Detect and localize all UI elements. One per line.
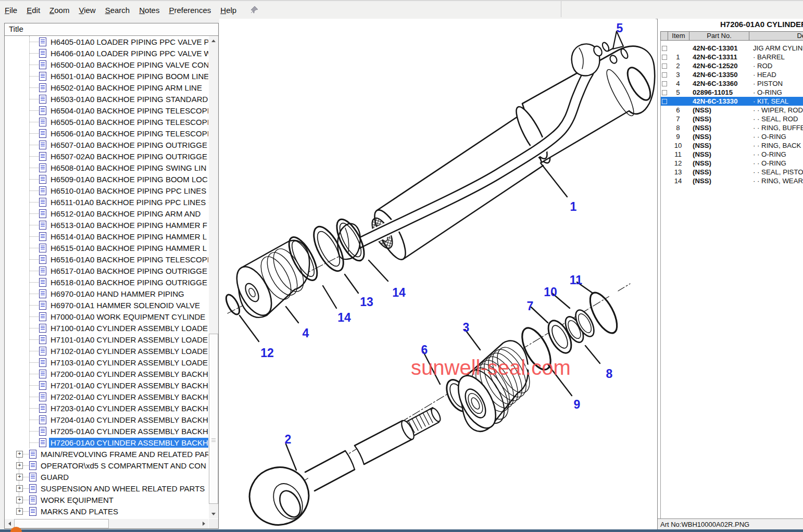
tree-item[interactable]: H6501-01A0 BACKHOE PIPING BOOM LINE xyxy=(5,70,208,82)
tree-item[interactable]: H6503-01A0 BACKHOE PIPING STANDARD xyxy=(5,93,208,105)
tree-category[interactable]: +SUSPENSION AND WHEEL RELATED PARTS xyxy=(5,483,208,494)
tree-item[interactable]: H6502-01A0 BACKHOE PIPING ARM LINE xyxy=(5,82,208,93)
tree-category[interactable]: +MARKS AND PLATES xyxy=(5,505,208,517)
tree-item[interactable]: H7204-01A0 CYLINDER ASSEMBLY BACKH xyxy=(5,414,208,425)
tree-item[interactable]: H6512-01A0 BACKHOE PIPING ARM AND xyxy=(5,208,208,219)
tree-item[interactable]: H7103-01A0 CYLINDER ASSEMBLY LOADE xyxy=(5,357,208,368)
row-checkbox[interactable] xyxy=(662,72,667,78)
scroll-up-button[interactable] xyxy=(209,36,218,45)
row-checkbox[interactable] xyxy=(662,64,667,69)
parts-tree: H6405-01A0 LOADER PIPING PPC VALVE PH640… xyxy=(5,36,208,518)
tree-item[interactable]: H6500-01A0 BACKHOE PIPING VALVE CON xyxy=(5,59,208,70)
tree-item[interactable]: H6513-01A0 BACKHOE PIPING HAMMER F xyxy=(5,219,208,231)
menu-edit[interactable]: Edit xyxy=(22,2,45,19)
tree-item[interactable]: H6504-01A0 BACKHOE PIPING TELESCOPI xyxy=(5,105,208,116)
tree-item[interactable]: H7101-01A0 CYLINDER ASSEMBLY LOADE xyxy=(5,334,208,345)
table-row[interactable]: 6(NSS)· · WIPER, ROD xyxy=(661,106,803,115)
tree-item[interactable]: H6505-01A0 BACKHOE PIPING TELESCOPI xyxy=(5,116,208,128)
tree-category[interactable]: +WORK EQUIPMENT xyxy=(5,494,208,505)
horizontal-scroll-thumb[interactable] xyxy=(14,519,109,528)
tree-item[interactable]: H6514-01A0 BACKHOE PIPING HAMMER L xyxy=(5,231,208,242)
tree-item[interactable]: H7100-01A0 CYLINDER ASSEMBLY LOADE xyxy=(5,322,208,334)
tree-horizontal-scrollbar[interactable] xyxy=(5,519,208,528)
row-checkbox[interactable] xyxy=(662,81,667,86)
table-row[interactable]: 42N-6C-13330· KIT, SEAL xyxy=(661,97,803,106)
tree-category[interactable]: +GUARD xyxy=(5,471,208,483)
table-row[interactable]: 242N-6C-12520· ROD xyxy=(661,61,803,70)
tree-item[interactable]: H7206-01A0 CYLINDER ASSEMBLY BACKH xyxy=(5,437,208,448)
tree-item[interactable]: H6516-01A0 BACKHOE PIPING TELESCOPI xyxy=(5,254,208,265)
table-row[interactable]: 10(NSS)· · RING, BACK UP xyxy=(661,141,803,150)
checkbox-cell xyxy=(661,168,668,176)
document-icon xyxy=(39,301,46,310)
table-row[interactable]: 7(NSS)· · SEAL, ROD xyxy=(661,115,803,123)
tree-item[interactable]: H6970-01A0 HAND HAMMER PIPING xyxy=(5,288,208,299)
table-row[interactable]: 14(NSS)· · RING, WEAR xyxy=(661,176,803,185)
vertical-scroll-thumb[interactable] xyxy=(209,334,218,504)
item-column-header: Item xyxy=(668,32,689,40)
scroll-left-button[interactable] xyxy=(5,519,14,528)
callout-label-12: 12 xyxy=(260,346,274,360)
expand-plus-icon[interactable]: + xyxy=(16,485,23,492)
table-row[interactable]: 13(NSS)· · SEAL, PISTON xyxy=(661,168,803,176)
pin-tool-button[interactable] xyxy=(248,4,260,16)
table-row[interactable]: 342N-6C-13350· HEAD xyxy=(661,70,803,79)
row-checkbox[interactable] xyxy=(662,55,667,60)
tree-item[interactable]: H6511-01A0 BACKHOE PIPING PPC LINES - xyxy=(5,196,208,208)
tree-item[interactable]: H6517-01A0 BACKHOE PIPING OUTRIGGE xyxy=(5,265,208,276)
tree-item[interactable]: H6515-01A0 BACKHOE PIPING HAMMER L xyxy=(5,242,208,254)
tree-item[interactable]: H6509-01A0 BACKHOE PIPING BOOM LOC xyxy=(5,173,208,185)
menu-help[interactable]: Help xyxy=(216,2,241,19)
expand-plus-icon[interactable]: + xyxy=(16,474,23,480)
row-checkbox[interactable] xyxy=(662,46,667,51)
menu-view[interactable]: View xyxy=(74,2,100,19)
tree-item[interactable]: H6506-01A0 BACKHOE PIPING TELESCOPI xyxy=(5,128,208,139)
tree-item-label: H6504-01A0 BACKHOE PIPING TELESCOPI xyxy=(49,106,208,116)
row-checkbox[interactable] xyxy=(662,90,667,95)
tree-item[interactable]: H7201-01A0 CYLINDER ASSEMBLY BACKH xyxy=(5,379,208,391)
tree-item-label: H7205-01A0 CYLINDER ASSEMBLY BACKH xyxy=(49,426,208,436)
tree-item[interactable]: H6518-01A0 BACKHOE PIPING OUTRIGGE xyxy=(5,276,208,288)
tree-item[interactable]: H6970-01A1 HAMMER SOLENOID VALVE xyxy=(5,299,208,311)
checkbox-cell xyxy=(661,159,668,168)
expand-plus-icon[interactable]: + xyxy=(16,451,23,458)
tree-item[interactable]: H7200-01A0 CYLINDER ASSEMBLY BACKH xyxy=(5,368,208,379)
expand-plus-icon[interactable]: + xyxy=(16,462,23,469)
scroll-right-button[interactable] xyxy=(199,519,208,528)
tree-category[interactable]: +MAIN/REVOLVING FRAME AND RELATED PAR xyxy=(5,448,208,460)
table-row[interactable]: 11(NSS)· · O-RING xyxy=(661,150,803,159)
table-row[interactable]: 42N-6C-13301JIG ARM CYLIND xyxy=(661,44,803,53)
tree-vertical-scrollbar[interactable] xyxy=(209,36,218,518)
scroll-down-button[interactable] xyxy=(209,509,218,518)
menu-search[interactable]: Search xyxy=(101,2,135,19)
tree-item[interactable]: H6508-01A0 BACKHOE PIPING SWING LIN xyxy=(5,162,208,173)
table-row[interactable]: 142N-6C-13311· BARREL xyxy=(661,53,803,61)
tree-item[interactable]: H6510-01A0 BACKHOE PIPING PPC LINES - xyxy=(5,185,208,196)
tree-item[interactable]: H7205-01A0 CYLINDER ASSEMBLY BACKH xyxy=(5,425,208,437)
row-checkbox[interactable] xyxy=(662,99,667,104)
tree-item[interactable]: H7202-01A0 CYLINDER ASSEMBLY BACKH xyxy=(5,391,208,402)
tree-item[interactable]: H6406-01A0 LOADER PIPING PPC VALVE W xyxy=(5,47,208,59)
part-description: · · O-RING xyxy=(748,159,803,168)
menu-preferences[interactable]: Preferences xyxy=(164,2,216,19)
table-row[interactable]: 12(NSS)· · O-RING xyxy=(661,159,803,168)
document-icon xyxy=(39,278,46,287)
menu-notes[interactable]: Notes xyxy=(134,2,164,19)
tree-item-label: H6511-01A0 BACKHOE PIPING PPC LINES - xyxy=(49,197,208,207)
expand-plus-icon[interactable]: + xyxy=(16,508,23,515)
tree-category[interactable]: +OPERATOR\xd5 S COMPARTMENT AND CON xyxy=(5,460,208,471)
table-row[interactable]: 502896-11015· O-RING xyxy=(661,88,803,97)
table-row[interactable]: 8(NSS)· · RING, BUFFER xyxy=(661,123,803,132)
tree-item[interactable]: H7203-01A0 CYLINDER ASSEMBLY BACKH xyxy=(5,402,208,414)
tree-item[interactable]: H7102-01A0 CYLINDER ASSEMBLY LOADE xyxy=(5,345,208,357)
tree-item[interactable]: H6405-01A0 LOADER PIPING PPC VALVE P xyxy=(5,36,208,47)
tree-item[interactable]: H6507-02A0 BACKHOE PIPING OUTRIGGE xyxy=(5,150,208,162)
part-description: · KIT, SEAL xyxy=(748,97,803,106)
tree-item[interactable]: H6507-01A0 BACKHOE PIPING OUTRIGGE xyxy=(5,139,208,150)
menu-file[interactable]: File xyxy=(0,2,22,19)
tree-item[interactable]: H7000-01A0 WORK EQUIPMENT CYLINDE xyxy=(5,311,208,322)
table-row[interactable]: 442N-6C-13360· PISTON xyxy=(661,79,803,88)
expand-plus-icon[interactable]: + xyxy=(16,497,23,503)
table-row[interactable]: 9(NSS)· · O-RING xyxy=(661,132,803,141)
menu-zoom[interactable]: Zoom xyxy=(45,2,74,19)
